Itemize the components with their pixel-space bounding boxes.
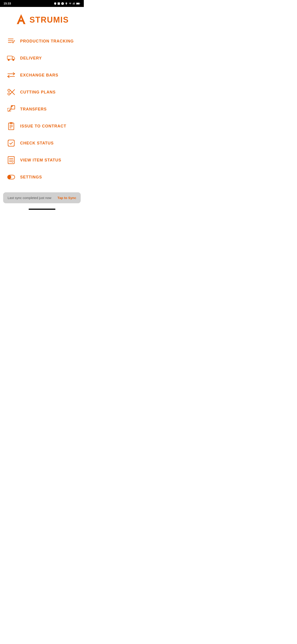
svg-point-7 [8, 59, 9, 60]
exchange-icon [7, 71, 16, 80]
menu-item-settings[interactable]: SETTINGS [0, 168, 84, 186]
menu-item-production-tracking[interactable]: PRODUCTION TRACKING [0, 33, 84, 50]
svg-point-8 [12, 59, 14, 60]
menu-item-check-status[interactable]: CHECK STATUS [0, 134, 84, 152]
settings-label: SETTINGS [20, 175, 42, 180]
menu-item-view-item-status[interactable]: VIEW ITEM STATUS [0, 152, 84, 168]
tap-to-sync-button[interactable]: Tap to Sync [57, 196, 76, 200]
menu-item-issue-to-contract[interactable]: ISSUE TO CONTRACT [0, 118, 84, 134]
svg-point-12 [8, 93, 10, 95]
list-check-icon [7, 37, 16, 46]
scissors-icon [7, 88, 16, 96]
svg-line-14 [10, 90, 15, 94]
status-time: 15:33 [3, 2, 11, 5]
logo-container: STRUMIS [0, 7, 84, 30]
exchange-bars-label: EXCHANGE BARS [20, 73, 58, 78]
list-view-icon [7, 156, 16, 164]
svg-rect-24 [8, 140, 14, 146]
production-tracking-label: PRODUCTION TRACKING [20, 39, 74, 44]
truck-icon [7, 54, 16, 62]
transfers-label: TRANSFERS [20, 107, 47, 112]
sync-status-text: Last sync completed just now [7, 196, 51, 200]
transfer-icon [7, 105, 16, 114]
menu-list: PRODUCTION TRACKING DELIVERY EXCHANGE BA… [0, 30, 84, 190]
menu-item-exchange-bars[interactable]: EXCHANGE BARS [0, 67, 84, 84]
signal-icon [73, 2, 75, 5]
nfc-icon [57, 2, 60, 5]
svg-rect-1 [76, 3, 79, 4]
delivery-label: DELIVERY [20, 56, 42, 60]
settings-icon [7, 173, 16, 182]
clipboard-icon [7, 122, 16, 130]
menu-item-transfers[interactable]: TRANSFERS [0, 100, 84, 118]
privacy-icon [54, 2, 56, 5]
issue-to-contract-label: ISSUE TO CONTRACT [20, 124, 66, 128]
check-status-label: CHECK STATUS [20, 141, 54, 146]
svg-line-13 [10, 90, 15, 95]
svg-point-11 [8, 89, 10, 92]
view-item-status-label: VIEW ITEM STATUS [20, 158, 61, 162]
status-bar: 15:33 [0, 0, 84, 7]
wifi-icon [69, 2, 72, 5]
home-indicator [29, 209, 55, 210]
logo-text: STRUMIS [29, 15, 69, 24]
accessibility-icon [61, 2, 64, 5]
svg-point-31 [8, 176, 10, 178]
svg-rect-6 [7, 56, 12, 59]
svg-rect-2 [79, 3, 80, 4]
sync-bar[interactable]: Last sync completed just now Tap to Sync [3, 192, 81, 203]
location-icon [65, 2, 68, 5]
status-icons [54, 2, 80, 5]
cutting-plans-label: CUTTING PLANS [20, 90, 56, 94]
menu-item-delivery[interactable]: DELIVERY [0, 50, 84, 67]
battery-icon [76, 2, 80, 5]
menu-item-cutting-plans[interactable]: CUTTING PLANS [0, 84, 84, 100]
strumis-logo-icon [15, 14, 27, 26]
check-badge-icon [7, 139, 16, 148]
